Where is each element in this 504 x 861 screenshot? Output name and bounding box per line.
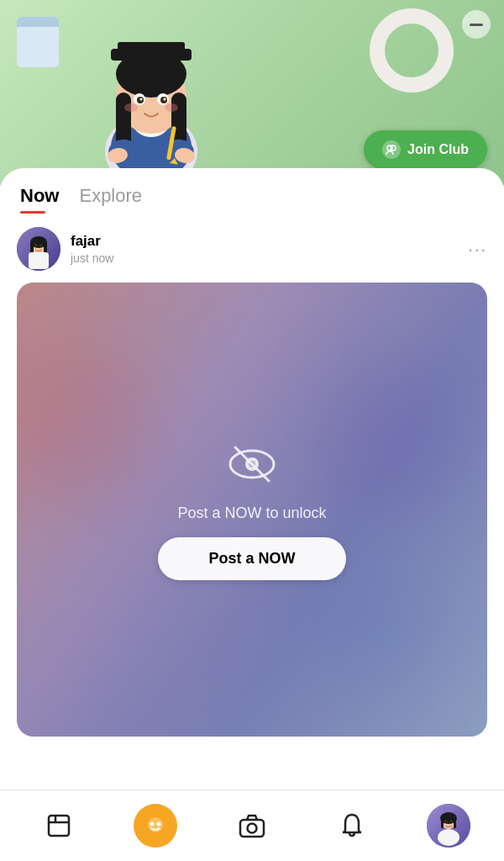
svg-point-55 — [438, 829, 459, 846]
post-username: fajar — [71, 233, 458, 250]
main-card: Now Explore — [0, 168, 504, 841]
join-club-button[interactable]: Join Club — [364, 130, 487, 169]
svg-point-47 — [247, 824, 256, 833]
nav-camera-icon — [239, 812, 265, 839]
svg-rect-41 — [49, 816, 69, 836]
svg-point-16 — [164, 98, 166, 101]
bottom-nav — [0, 790, 504, 861]
svg-rect-51 — [441, 818, 444, 828]
svg-rect-36 — [29, 252, 49, 269]
nav-box-icon — [45, 812, 72, 839]
svg-rect-25 — [470, 24, 483, 26]
nav-now-button[interactable] — [134, 804, 177, 848]
post-info: fajar just now — [71, 233, 458, 265]
tab-explore-label: Explore — [79, 185, 142, 206]
tab-explore[interactable]: Explore — [79, 185, 142, 214]
minimize-button[interactable] — [462, 10, 491, 39]
post-now-button[interactable]: Post a NOW — [158, 537, 345, 580]
hero-banner: Join Club — [0, 0, 504, 185]
svg-point-54 — [449, 820, 453, 823]
svg-rect-46 — [240, 820, 264, 837]
hidden-eye-icon — [227, 439, 277, 489]
join-club-icon — [382, 140, 401, 159]
svg-point-34 — [39, 244, 43, 247]
nav-item-profile[interactable] — [427, 804, 470, 848]
svg-rect-8 — [118, 42, 185, 52]
svg-rect-52 — [454, 818, 456, 828]
svg-point-33 — [34, 244, 38, 247]
blur-card-content: Post a NOW to unlock Post a NOW — [17, 283, 487, 737]
svg-point-27 — [391, 145, 396, 151]
avatar[interactable] — [17, 227, 60, 271]
tab-now[interactable]: Now — [20, 185, 59, 214]
post-more-button[interactable]: ··· — [468, 240, 487, 259]
svg-point-15 — [140, 98, 143, 101]
post-now-label: Post a NOW — [208, 550, 295, 567]
hero-character — [67, 8, 235, 185]
post-time: just now — [71, 251, 458, 265]
post-item: fajar just now ··· — [0, 214, 504, 271]
tabs-container: Now Explore — [0, 168, 504, 214]
nav-bell-icon — [339, 812, 365, 839]
hero-donut-decoration — [370, 8, 454, 92]
svg-rect-32 — [44, 242, 47, 254]
nav-item-home[interactable] — [34, 800, 84, 851]
svg-point-44 — [150, 822, 154, 827]
join-club-label: Join Club — [407, 142, 469, 157]
nav-item-camera[interactable] — [227, 800, 277, 851]
svg-point-17 — [124, 103, 138, 112]
nav-item-notifications[interactable] — [327, 800, 377, 851]
svg-point-18 — [165, 103, 178, 112]
hero-window-decoration — [17, 17, 59, 67]
tab-now-label: Now — [20, 185, 59, 206]
svg-point-45 — [156, 822, 160, 827]
svg-point-53 — [444, 820, 448, 823]
svg-rect-31 — [30, 242, 34, 254]
blur-card: Post a NOW to unlock Post a NOW — [17, 283, 487, 737]
unlock-text: Post a NOW to unlock — [177, 504, 326, 522]
